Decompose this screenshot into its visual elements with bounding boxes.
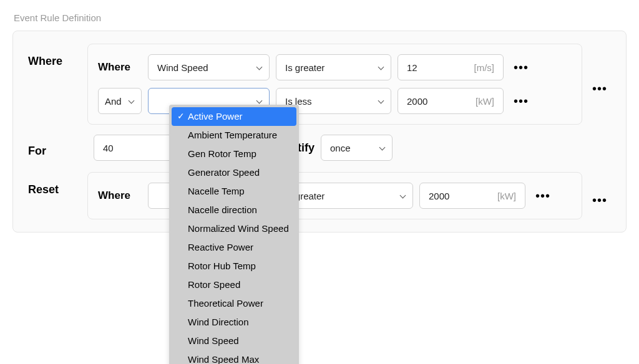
- section-menu-button[interactable]: •••: [588, 189, 611, 211]
- rule-panel: Where Where Wind Speed Is greater 12: [12, 31, 627, 232]
- page-title: Event Rule Definition: [14, 12, 627, 23]
- row-menu-button[interactable]: •••: [532, 184, 554, 207]
- chevron-down-icon: [377, 64, 384, 71]
- chevron-down-icon: [377, 97, 384, 105]
- dropdown-item[interactable]: Ambient Temperature: [169, 126, 299, 145]
- variable-value: Wind Speed: [157, 62, 208, 73]
- where-subpanel: Where Wind Speed Is greater 12 [m/s] •••: [87, 44, 582, 125]
- value-input[interactable]: 2000 [kW]: [398, 88, 504, 114]
- row-menu-button[interactable]: •••: [510, 56, 532, 79]
- value-input[interactable]: 2000 [kW]: [419, 183, 525, 209]
- value-text: 2000: [429, 191, 449, 201]
- chevron-down-icon: [255, 97, 263, 105]
- reset-row: Reset Where Is greater 2000 [kW]: [28, 172, 611, 219]
- operator-value: Is greater: [285, 62, 324, 73]
- where-label: Where: [28, 44, 87, 68]
- where-sublabel: Where: [98, 189, 142, 202]
- dropdown-item[interactable]: Nacelle direction: [169, 201, 299, 219]
- operator-select[interactable]: Is greater: [276, 54, 391, 80]
- for-value: 40: [103, 143, 114, 153]
- notify-select[interactable]: once: [321, 135, 393, 161]
- where-sublabel: Where: [98, 61, 142, 74]
- unit-label: [m/s]: [474, 62, 495, 73]
- notify-value: once: [330, 143, 351, 153]
- reset-label: Reset: [28, 172, 87, 196]
- chevron-down-icon: [255, 64, 263, 71]
- dropdown-item[interactable]: Generator Speed: [169, 163, 299, 182]
- section-menu-button[interactable]: •••: [588, 77, 611, 100]
- conjunction-select[interactable]: And: [98, 88, 142, 114]
- value-input[interactable]: 12 [m/s]: [398, 54, 504, 80]
- variable-select[interactable]: Wind Speed: [148, 54, 270, 80]
- dropdown-item[interactable]: Active Power: [172, 107, 296, 126]
- for-row: For 40 otify once: [28, 135, 611, 161]
- dropdown-item[interactable]: Nacelle Temp: [169, 182, 299, 201]
- value-text: 2000: [407, 96, 427, 107]
- unit-label: [kW]: [476, 96, 494, 107]
- conjunction-value: And: [105, 96, 122, 107]
- unit-label: [kW]: [497, 191, 516, 201]
- chevron-down-icon: [378, 144, 386, 151]
- dropdown-item[interactable]: Reactive Power: [169, 238, 299, 245]
- chevron-down-icon: [127, 97, 135, 105]
- dropdown-item[interactable]: Normalized Wind Speed: [169, 219, 299, 238]
- variable-dropdown[interactable]: Active Power Ambient Temperature Gen Rot…: [169, 105, 299, 245]
- reset-subpanel: Where Is greater 2000 [kW] •••: [87, 172, 582, 219]
- row-menu-button[interactable]: •••: [510, 90, 532, 112]
- where-condition-1: Where Wind Speed Is greater 12 [m/s] •••: [98, 54, 572, 80]
- for-label: For: [28, 138, 87, 158]
- dropdown-item[interactable]: Gen Rotor Temp: [169, 145, 299, 163]
- value-text: 12: [407, 62, 417, 73]
- where-row: Where Where Wind Speed Is greater 12: [28, 44, 611, 125]
- chevron-down-icon: [399, 192, 406, 199]
